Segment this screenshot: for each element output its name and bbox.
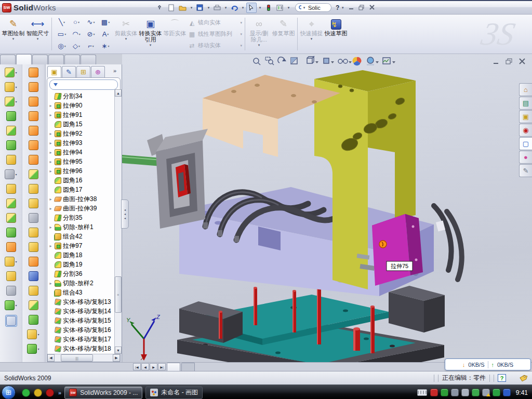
volume-tray-icon[interactable] bbox=[461, 389, 469, 396]
feature-tree-item[interactable]: 分割35 bbox=[48, 213, 120, 222]
expand-arrow-icon[interactable]: ▸ bbox=[48, 169, 53, 174]
open-icon[interactable] bbox=[178, 3, 188, 13]
undo-icon[interactable] bbox=[229, 3, 240, 13]
feature-tree-item[interactable]: ▸ 拉伸92 bbox=[48, 129, 120, 138]
feature-tool-button[interactable]: ▾ bbox=[5, 257, 17, 267]
sync-tray-icon[interactable] bbox=[472, 389, 480, 396]
scroll-right-icon[interactable]: ▶ bbox=[113, 354, 120, 362]
sketch-tool-button[interactable]: ⊘▾ bbox=[84, 28, 98, 40]
restore-button[interactable] bbox=[358, 4, 365, 11]
pin-icon[interactable] bbox=[155, 3, 165, 13]
expand-arrow-icon[interactable]: ▸ bbox=[48, 150, 53, 155]
feature-tool-button[interactable]: ▾ bbox=[6, 271, 16, 281]
feature-tree-item[interactable]: ▸ 拉伸91 bbox=[48, 110, 120, 119]
feature-tree-item[interactable]: 实体-移动/复制14 bbox=[48, 307, 120, 316]
ribbon-tab[interactable] bbox=[64, 55, 80, 64]
sketch-tool-button[interactable]: ○▾ bbox=[69, 16, 84, 28]
mold-tool-button[interactable]: ▾ bbox=[29, 213, 38, 223]
ribbon-tab[interactable] bbox=[48, 55, 64, 64]
task-pane-tab[interactable]: ◉ bbox=[519, 124, 532, 137]
save-icon[interactable] bbox=[195, 3, 205, 13]
mold-tool-button[interactable]: ▾ bbox=[29, 271, 38, 281]
feature-tool-button[interactable]: ▾ bbox=[6, 184, 16, 194]
feature-tool-button[interactable]: ▾ bbox=[6, 286, 16, 296]
network-warning-tray-icon[interactable] bbox=[482, 389, 490, 396]
feature-tree-item[interactable]: 圆角16 bbox=[48, 176, 120, 185]
feature-tree-item[interactable]: ▸ 拉伸90 bbox=[48, 101, 120, 110]
feature-tree-item[interactable]: ▸ 切除-放样1 bbox=[48, 222, 120, 232]
feature-tool-button[interactable]: ▾ bbox=[6, 198, 16, 208]
sketch-caret-icon[interactable]: ▾ bbox=[12, 37, 15, 41]
mold-tool-button[interactable]: ▾ bbox=[29, 300, 38, 310]
menu-item[interactable] bbox=[104, 1, 115, 14]
mold-tool-button[interactable]: ▾ bbox=[29, 315, 38, 325]
sketch-tool-button[interactable]: ∿▾ bbox=[84, 16, 98, 28]
antivirus-tray-icon[interactable] bbox=[430, 389, 438, 396]
feature-tree-item[interactable]: 圆角18 bbox=[48, 250, 120, 260]
feature-tool-button[interactable]: ▾ bbox=[5, 300, 17, 310]
trim-entities-button[interactable]: ✂ 剪裁实体 ▾ bbox=[114, 16, 138, 52]
help-caret-icon[interactable]: ▾ bbox=[340, 6, 345, 10]
feature-tree-item[interactable]: ▸ 曲面-拉伸39 bbox=[48, 204, 120, 213]
sketch-tool-button[interactable]: ▩▾ bbox=[98, 16, 113, 28]
feature-tool-button[interactable]: ▾ bbox=[5, 82, 17, 92]
mold-tool-button[interactable]: ▾ bbox=[29, 111, 38, 121]
manager-tab[interactable]: ⊕ bbox=[91, 66, 105, 77]
sketch-tool-button[interactable]: ⌐▾ bbox=[84, 40, 98, 52]
mold-tool-button[interactable]: ▾ bbox=[29, 126, 38, 136]
search-box[interactable]: ▾ bbox=[295, 3, 331, 12]
mold-tool-button[interactable]: ▾ bbox=[29, 68, 38, 77]
panel-flyout-button[interactable]: » bbox=[113, 68, 116, 74]
taskbar-window-button[interactable]: 未命名 - 画图 bbox=[145, 387, 203, 399]
safety-tray-icon[interactable] bbox=[503, 389, 511, 396]
heads-up-view-toolbar[interactable] bbox=[254, 57, 395, 65]
prev-tab-icon[interactable]: ◀ bbox=[141, 363, 149, 370]
help-icon[interactable]: ? bbox=[336, 4, 339, 11]
taskbar-window-button[interactable]: SW SolidWorks 2009 - ... bbox=[64, 387, 142, 399]
mold-tool-button[interactable]: ▾ bbox=[29, 97, 38, 107]
side-hoses[interactable] bbox=[434, 206, 462, 280]
expand-arrow-icon[interactable]: ▸ bbox=[48, 244, 53, 248]
scroll-down-icon[interactable]: ▼ bbox=[115, 347, 122, 354]
options-caret-icon[interactable]: ▾ bbox=[286, 6, 291, 10]
expand-arrow-icon[interactable]: ▸ bbox=[48, 131, 53, 136]
feature-tree-item[interactable]: 实体-移动/复制16 bbox=[48, 325, 120, 335]
close-button[interactable] bbox=[369, 4, 375, 11]
expand-arrow-icon[interactable]: ▸ bbox=[48, 225, 53, 230]
mold-tool-button[interactable]: ▾ bbox=[29, 198, 38, 208]
undo-caret-icon[interactable]: ▾ bbox=[241, 6, 245, 10]
mold-tool-button[interactable]: ▾ bbox=[29, 140, 38, 150]
sketch-tool-button[interactable]: ∗▾ bbox=[98, 40, 113, 52]
menu-item[interactable] bbox=[127, 1, 138, 14]
scroll-up-icon[interactable]: ▲ bbox=[115, 89, 122, 97]
input-method-keyboard-icon[interactable] bbox=[417, 389, 427, 396]
ribbon-tab[interactable] bbox=[16, 54, 32, 64]
expand-arrow-icon[interactable]: ▸ bbox=[48, 141, 53, 145]
feature-tool-button[interactable]: ▾ bbox=[5, 315, 17, 327]
feature-tree-item[interactable]: 实体-移动/复制15 bbox=[48, 316, 120, 325]
menu-item[interactable] bbox=[115, 1, 127, 14]
new-document-icon[interactable] bbox=[166, 3, 177, 13]
open-caret-icon[interactable]: ▾ bbox=[189, 6, 194, 10]
pattern-tool-button[interactable]: ◭ 镜向实体 ▾ bbox=[187, 18, 243, 28]
feature-tool-button[interactable]: ▾ bbox=[5, 97, 17, 107]
feature-tree-item[interactable]: ▸ 拉伸97 bbox=[48, 241, 120, 250]
feature-tree-item[interactable]: 实体-移动/复制13 bbox=[48, 297, 120, 307]
feature-tree-item[interactable]: ▸ 拉伸94 bbox=[48, 148, 120, 157]
messenger-quicklaunch-icon[interactable] bbox=[22, 389, 30, 397]
print-caret-icon[interactable]: ▾ bbox=[223, 6, 228, 10]
feature-tool-button[interactable]: ▾ bbox=[6, 228, 16, 237]
next-tab-icon[interactable]: ▶ bbox=[150, 363, 157, 370]
feature-tree-item[interactable]: 圆角17 bbox=[48, 185, 120, 194]
menu-item[interactable] bbox=[138, 1, 150, 14]
sketch-tool-button[interactable]: A▾ bbox=[98, 28, 113, 40]
mold-tool-button[interactable]: ▾ bbox=[29, 257, 38, 267]
expand-arrow-icon[interactable]: ▸ bbox=[48, 197, 53, 202]
expand-arrow-icon[interactable]: ▸ bbox=[48, 159, 53, 164]
menu-item[interactable] bbox=[92, 1, 104, 14]
mold-tool-button[interactable]: ▾ bbox=[29, 228, 38, 237]
tree-horizontal-scrollbar[interactable]: ◀ ||| ▶ bbox=[47, 354, 120, 362]
select-caret-icon[interactable]: ▾ bbox=[258, 6, 262, 10]
doc-minimize-button[interactable] bbox=[492, 58, 500, 67]
feature-tree-item[interactable]: ▸ 曲面-拉伸38 bbox=[48, 194, 120, 204]
